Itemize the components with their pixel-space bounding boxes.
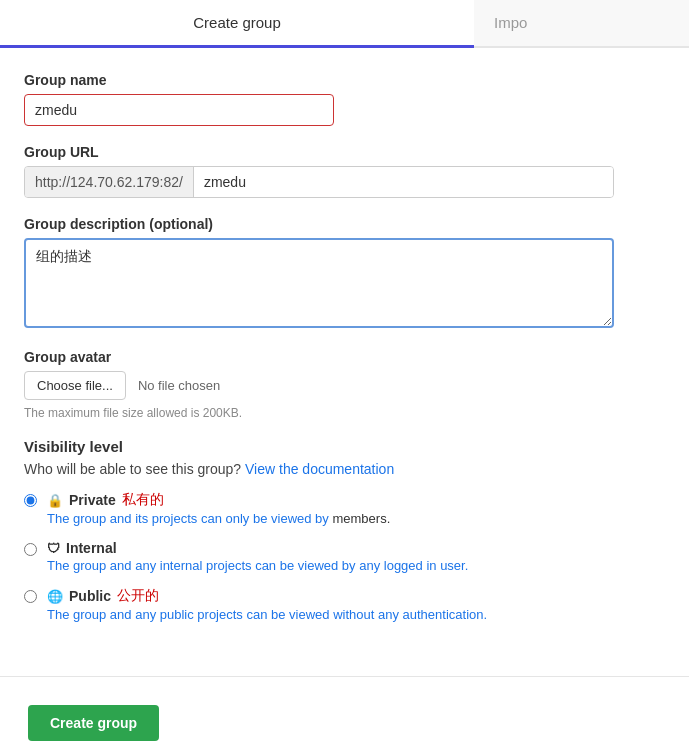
visibility-question: Who will be able to see this group? View… xyxy=(24,461,665,477)
file-size-hint: The maximum file size allowed is 200KB. xyxy=(24,406,665,420)
visibility-option-private: 🔒 Private 私有的 The group and its projects… xyxy=(24,491,665,526)
public-label: Public xyxy=(69,588,111,604)
shield-icon: 🛡 xyxy=(47,541,60,556)
group-description-input[interactable]: 组的描述 xyxy=(24,238,614,328)
public-chinese-label: 公开的 xyxy=(117,587,159,605)
private-desc-suffix: members. xyxy=(332,511,390,526)
private-chinese-label: 私有的 xyxy=(122,491,164,509)
group-url-field: http://124.70.62.179:82/ xyxy=(24,166,614,198)
choose-file-button[interactable]: Choose file... xyxy=(24,371,126,400)
group-url-group: Group URL http://124.70.62.179:82/ xyxy=(24,144,665,198)
form-container: Group name Group URL http://124.70.62.17… xyxy=(0,48,689,656)
tab-create-group[interactable]: Create group xyxy=(0,0,474,48)
public-content: 🌐 Public 公开的 The group and any public pr… xyxy=(47,587,487,622)
public-description: The group and any public projects can be… xyxy=(47,607,487,622)
visibility-section-title: Visibility level xyxy=(24,438,665,455)
tab-bar: Create group Impo xyxy=(0,0,689,48)
avatar-row: Choose file... No file chosen xyxy=(24,371,665,400)
visibility-option-internal: 🛡 Internal The group and any internal pr… xyxy=(24,540,665,573)
group-url-label: Group URL xyxy=(24,144,665,160)
group-name-input[interactable] xyxy=(24,94,334,126)
private-label: Private xyxy=(69,492,116,508)
visibility-question-text: Who will be able to see this group? xyxy=(24,461,241,477)
private-title-row: 🔒 Private 私有的 xyxy=(47,491,390,509)
view-documentation-link[interactable]: View the documentation xyxy=(245,461,394,477)
visibility-option-public: 🌐 Public 公开的 The group and any public pr… xyxy=(24,587,665,622)
group-avatar-label: Group avatar xyxy=(24,349,665,365)
internal-description: The group and any internal projects can … xyxy=(47,558,468,573)
globe-icon: 🌐 xyxy=(47,589,63,604)
internal-label: Internal xyxy=(66,540,117,556)
group-name-group: Group name xyxy=(24,72,665,126)
url-prefix: http://124.70.62.179:82/ xyxy=(25,167,194,197)
group-avatar-group: Group avatar Choose file... No file chos… xyxy=(24,349,665,420)
group-description-label: Group description (optional) xyxy=(24,216,665,232)
visibility-radio-internal[interactable] xyxy=(24,543,37,556)
bottom-bar: Create group xyxy=(0,693,689,746)
divider xyxy=(0,676,689,677)
visibility-radio-public[interactable] xyxy=(24,590,37,603)
public-title-row: 🌐 Public 公开的 xyxy=(47,587,487,605)
group-description-group: Group description (optional) 组的描述 xyxy=(24,216,665,331)
private-content: 🔒 Private 私有的 The group and its projects… xyxy=(47,491,390,526)
create-group-button[interactable]: Create group xyxy=(28,705,159,741)
internal-content: 🛡 Internal The group and any internal pr… xyxy=(47,540,468,573)
visibility-radio-private[interactable] xyxy=(24,494,37,507)
lock-icon: 🔒 xyxy=(47,493,63,508)
group-url-input[interactable] xyxy=(194,167,613,197)
tab-import[interactable]: Impo xyxy=(474,0,689,46)
visibility-group: Visibility level Who will be able to see… xyxy=(24,438,665,622)
no-file-text: No file chosen xyxy=(138,378,220,393)
group-name-label: Group name xyxy=(24,72,665,88)
private-description: The group and its projects can only be v… xyxy=(47,511,390,526)
internal-title-row: 🛡 Internal xyxy=(47,540,468,556)
